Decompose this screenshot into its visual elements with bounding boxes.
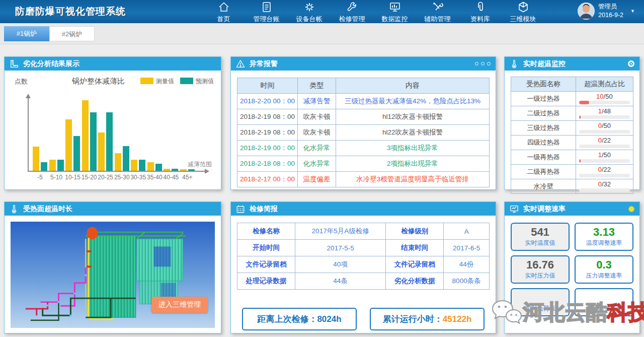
bar-pair xyxy=(82,100,97,171)
thermometer-icon xyxy=(10,205,19,214)
surface-name: 二级过热器 xyxy=(511,106,576,121)
bar-group: 40-45 xyxy=(164,169,178,171)
maintenance-label: 劣化分析数据 xyxy=(386,273,444,290)
warning-triangle-icon xyxy=(236,59,245,69)
tab-boiler-1[interactable]: #1锅炉 xyxy=(4,26,49,41)
panel-alarms: 异常报警 时间类型内容 2018-2-20 00：00减薄告警三级过热器最大减薄… xyxy=(230,56,496,190)
rate-label: 温度调整速率 xyxy=(586,239,622,247)
rate-card[interactable]: 16.76实时压力值 xyxy=(511,255,570,284)
alarm-row[interactable]: 2018-2-18 08：00化水异常2项指标出现异常 xyxy=(237,156,490,172)
bar-预测值 xyxy=(41,162,47,171)
rate-card[interactable]: 3.13温度调整速率 xyxy=(575,223,633,251)
overtemp-ratio: 0/22 xyxy=(579,137,630,144)
nav-item-2[interactable]: 管理台账 xyxy=(247,0,286,24)
stat-box[interactable]: 累计运行小时：45122h xyxy=(370,308,485,330)
overtemp-col-header: 受热面名称 xyxy=(511,77,576,92)
alarm-type: 化水异常 xyxy=(298,141,336,156)
overtemp-progress-fill xyxy=(579,115,581,119)
overtemp-count: 0 xyxy=(598,137,602,144)
maintenance-value: 2017年5月A级检修 xyxy=(295,223,386,240)
boiler-3d-view[interactable]: 进入三维管理 xyxy=(11,222,215,328)
tab-boiler-2[interactable]: #2锅炉 xyxy=(49,26,95,41)
chevron-down-icon[interactable]: ▼ xyxy=(630,9,635,14)
calendar-icon xyxy=(236,205,245,214)
overtemp-row: 水冷壁0/32 xyxy=(511,179,633,194)
alarm-row[interactable]: 2018-2-20 00：00减薄告警三级过热器最大减薄值42%，危险点占比13… xyxy=(237,94,490,109)
user-box[interactable]: 管理员 2016-9-2 ▼ xyxy=(578,3,635,20)
bar-预测值 xyxy=(57,160,64,171)
stat-label: 累计运行小时： xyxy=(383,313,443,325)
stat-box[interactable]: 距离上次检修：8024h xyxy=(242,308,357,330)
bar-group: 10-15 xyxy=(65,119,80,171)
nav-item-8[interactable]: 三维模块 xyxy=(503,0,543,24)
bar-pair xyxy=(98,112,113,171)
alarm-time: 2018-2-20 00：00 xyxy=(237,94,298,109)
rate-card[interactable]: 实时负荷值 xyxy=(511,288,570,316)
alarm-time: 2018-2-18 08：00 xyxy=(237,156,298,172)
legend-item: 测量值 xyxy=(140,77,174,86)
chart-title: 锅炉整体减薄比 xyxy=(72,77,125,86)
panel-maintenance-brief: 检修简报 检修名称2017年5月A级检修检修级别A开始时间2017-5-5结束时… xyxy=(230,201,496,333)
bar-pair xyxy=(131,160,145,171)
panel-rates-header: 实时调整速率 xyxy=(505,202,639,216)
alarm-type: 化水异常 xyxy=(298,156,336,172)
rate-value: 16.76 xyxy=(526,259,554,271)
app-title: 防磨防爆可视化管理系统 xyxy=(0,5,126,18)
more-options-icon[interactable] xyxy=(475,62,491,65)
bar-测量值 xyxy=(180,169,187,171)
alarm-col-header: 类型 xyxy=(298,78,336,94)
overtemp-row: 二级过热器1/48 xyxy=(511,106,633,121)
nav-item-3[interactable]: 设备台帐 xyxy=(289,0,329,24)
boiler-tabbar: #1锅炉 #2锅炉 xyxy=(0,23,644,44)
x-axis xyxy=(28,171,208,172)
alarm-row[interactable]: 2018-2-19 08：00吹灰卡顿hl12吹灰器卡顿报警 xyxy=(237,109,490,125)
alarm-row[interactable]: 2018-2-19 00：00化水异常3项指标出现异常 xyxy=(237,141,490,156)
bar-预测值 xyxy=(172,169,178,171)
alarm-content: 水冷壁3根管道温度明显高于临近管排 xyxy=(336,172,490,187)
bar-预测值 xyxy=(106,112,113,171)
rate-card[interactable]: 541实时温度值 xyxy=(511,223,570,251)
panel-overtemp-duration: 受热面超温时长 xyxy=(4,201,221,333)
wrench-icon xyxy=(346,1,358,13)
avatar[interactable] xyxy=(578,3,595,20)
nav-item-4[interactable]: 检修管理 xyxy=(332,0,372,24)
nav-item-6[interactable]: 辅助管理 xyxy=(418,0,457,24)
rate-card[interactable]: 0.3压力调整速率 xyxy=(575,255,633,284)
overtemp-progress-track xyxy=(579,101,630,104)
panel-degradation-header: 劣化分析结果展示 xyxy=(5,57,221,71)
alarm-row[interactable]: 2018-2-17 00：00温度偏差水冷壁3根管道温度明显高于临近管排 xyxy=(237,172,490,187)
maintenance-value: 44条 xyxy=(295,273,386,290)
nav-item-label: 首页 xyxy=(217,15,230,24)
bar-group: 15-20 xyxy=(82,100,97,171)
nav-item-1[interactable]: 首页 xyxy=(204,0,244,24)
alarm-row[interactable]: 2018-2-19 08：00吹灰卡顿hl22吹灰器卡顿报警 xyxy=(237,125,490,141)
panel-maintenance-header: 检修简报 xyxy=(231,202,496,216)
nav-item-7[interactable]: 资料库 xyxy=(460,0,500,24)
x-tick-label: 35-40 xyxy=(147,174,163,181)
overtemp-count: 0 xyxy=(598,166,602,173)
rate-label: 负荷调整速率 xyxy=(586,304,622,313)
overtemp-table: 受热面名称超温测点占比 一级过热器10/50二级过热器1/48三级过热器0/50… xyxy=(511,77,633,194)
bar-group: 45+ xyxy=(180,169,195,171)
bar-测量值 xyxy=(65,119,72,171)
panel-overtemp-header: 实时超温监控 xyxy=(505,57,639,71)
chart-legend: 测量值预测值 xyxy=(140,77,214,86)
maintenance-stats: 距离上次检修：8024h累计运行小时：45122h xyxy=(237,308,490,330)
rate-value: 3.13 xyxy=(593,226,615,238)
ruler-icon xyxy=(10,59,19,69)
overtemp-row: 四级过热器0/22 xyxy=(511,136,633,150)
nav-item-5[interactable]: 数据监控 xyxy=(375,0,415,24)
rate-card[interactable]: 负荷调整速率 xyxy=(575,288,633,316)
panel-overtemp-title: 实时超温监控 xyxy=(523,59,566,69)
overtemp-progress-track xyxy=(579,159,630,163)
bar-group: 5-10 xyxy=(49,160,64,171)
overtemp-ratio-cell: 0/22 xyxy=(576,136,633,150)
maintenance-value: 2017-5-5 xyxy=(295,240,386,256)
bar-pair xyxy=(65,119,80,171)
enter-3d-button[interactable]: 进入三维管理 xyxy=(151,297,208,313)
surface-name: 四级过热器 xyxy=(511,136,576,150)
overtemp-progress-fill xyxy=(579,101,589,104)
surface-name: 一级再热器 xyxy=(511,150,576,165)
x-tick-label: 25-30 xyxy=(114,174,130,181)
alarm-content: 2项指标出现异常 xyxy=(336,156,490,172)
